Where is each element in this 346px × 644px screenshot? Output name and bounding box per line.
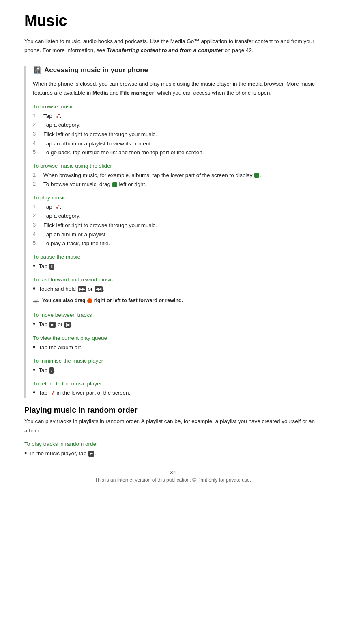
music-note-icon-2 bbox=[54, 204, 60, 210]
return-heading: To return to the music player bbox=[33, 380, 322, 387]
section1-bold1: Media bbox=[92, 90, 108, 96]
browse-slider-heading: To browse music using the slider bbox=[33, 163, 322, 169]
minimise-block: To minimise the music player • Tap ↓. bbox=[33, 358, 322, 375]
minimise-bullet: • Tap ↓. bbox=[33, 366, 322, 375]
page-title: Music bbox=[24, 12, 322, 30]
music-note-icon-3 bbox=[49, 390, 55, 395]
next-track-icon: ▶| bbox=[49, 322, 56, 328]
step-play-5: 5To play a track, tap the title. bbox=[33, 239, 322, 248]
tip-box: ✳ You can also drag right or left to fas… bbox=[33, 297, 322, 306]
playing-random-body: You can play tracks in playlists in rand… bbox=[24, 417, 322, 435]
fast-forward-bullets: • Touch and hold ▶▶ or ◀◀. bbox=[33, 285, 322, 294]
section1-mid: and bbox=[108, 90, 120, 96]
play-random-bullets: • In the music player, tap ⇌. bbox=[24, 449, 322, 458]
svg-point-1 bbox=[56, 207, 58, 209]
step-browse-4: 4Tap an album or a playlist to view its … bbox=[33, 139, 322, 148]
move-tracks-heading: To move between tracks bbox=[33, 312, 322, 318]
prev-track-icon: |◀ bbox=[64, 322, 71, 328]
return-bullet: • Tap in the lower part of the screen. bbox=[33, 389, 322, 398]
intro-text-end: on page 42. bbox=[223, 47, 254, 53]
pause-bullets: • Tap II. bbox=[33, 262, 322, 271]
tip-text: You can also drag right or left to fast … bbox=[42, 297, 183, 305]
move-tracks-bullet: • Tap ▶| or |◀. bbox=[33, 320, 322, 329]
minimise-heading: To minimise the music player bbox=[33, 358, 322, 364]
tip-star-icon: ✳ bbox=[33, 297, 39, 306]
step-slider-2: 2To browse your music, drag left or righ… bbox=[33, 180, 322, 189]
view-queue-text: Tap the album art. bbox=[39, 343, 82, 352]
notebook-icon: 📓 bbox=[33, 66, 42, 75]
move-tracks-bullets: • Tap ▶| or |◀. bbox=[33, 320, 322, 329]
step-slider-1: 1When browsing music, for example, album… bbox=[33, 171, 322, 180]
pause-bullet: • Tap II. bbox=[33, 262, 322, 271]
green-slider-icon-1 bbox=[254, 173, 259, 178]
footer-text: This is an Internet version of this publ… bbox=[24, 477, 322, 483]
step-play-2: 2Tap a category. bbox=[33, 212, 322, 220]
view-queue-bullet: • Tap the album art. bbox=[33, 343, 322, 352]
playing-random-section: Playing music in random order You can pl… bbox=[24, 406, 322, 458]
move-tracks-block: To move between tracks • Tap ▶| or |◀. bbox=[33, 312, 322, 329]
step-browse-2: 2Tap a category. bbox=[33, 121, 322, 130]
play-music-steps: 1Tap . 2Tap a category. 3Flick left or r… bbox=[33, 203, 322, 248]
view-queue-heading: To view the current play queue bbox=[33, 335, 322, 341]
step-play-3: 3Flick left or right to browse through y… bbox=[33, 221, 322, 230]
pause-icon: II bbox=[49, 264, 54, 270]
step-play-4: 4Tap an album or a playlist. bbox=[33, 230, 322, 239]
step-browse-3: 3Flick left or right to browse through y… bbox=[33, 130, 322, 139]
section1-heading: Accessing music in your phone bbox=[44, 66, 148, 74]
music-note-icon-1 bbox=[54, 113, 60, 119]
section1-bold2: File manager bbox=[120, 90, 154, 96]
intro-italic: Transferring content to and from a compu… bbox=[107, 47, 223, 53]
pause-music-block: To pause the music • Tap II. bbox=[33, 254, 322, 271]
intro-paragraph: You can listen to music, audio books and… bbox=[24, 37, 322, 54]
playing-random-heading: Playing music in random order bbox=[24, 406, 322, 415]
section1-end: , which you can access when the phone is… bbox=[154, 90, 272, 96]
shuffle-icon: ⇌ bbox=[88, 451, 94, 457]
section1-body: When the phone is closed, you can browse… bbox=[33, 80, 322, 98]
ff-icon: ▶▶ bbox=[78, 286, 86, 292]
accessing-music-section: 📓 Accessing music in your phone When the… bbox=[24, 66, 322, 398]
page-number: 34 bbox=[24, 469, 322, 475]
minimise-icon: ↓ bbox=[49, 367, 54, 374]
svg-point-0 bbox=[56, 116, 58, 118]
svg-point-2 bbox=[52, 393, 53, 395]
minimise-bullets: • Tap ↓. bbox=[33, 366, 322, 375]
return-block: To return to the music player • Tap in t… bbox=[33, 380, 322, 398]
step-browse-5: 5To go back, tap outside the list and th… bbox=[33, 148, 322, 157]
view-queue-bullets: • Tap the album art. bbox=[33, 343, 322, 352]
browse-music-block: To browse music 1Tap . 2Tap a category. … bbox=[33, 104, 322, 157]
play-random-bullet: • In the music player, tap ⇌. bbox=[24, 449, 322, 458]
browse-slider-steps: 1When browsing music, for example, album… bbox=[33, 171, 322, 189]
play-random-heading: To play tracks in random order bbox=[24, 441, 322, 447]
browse-slider-block: To browse music using the slider 1When b… bbox=[33, 163, 322, 189]
play-music-block: To play music 1Tap . 2Tap a category. 3F… bbox=[33, 194, 322, 248]
view-queue-block: To view the current play queue • Tap the… bbox=[33, 335, 322, 352]
step-play-1: 1Tap . bbox=[33, 203, 322, 212]
browse-music-heading: To browse music bbox=[33, 104, 322, 110]
fast-forward-block: To fast forward and rewind music • Touch… bbox=[33, 277, 322, 306]
green-slider-icon-2 bbox=[112, 182, 117, 187]
step-browse-1: 1Tap . bbox=[33, 112, 322, 121]
play-music-heading: To play music bbox=[33, 194, 322, 201]
fast-forward-bullet: • Touch and hold ▶▶ or ◀◀. bbox=[33, 285, 322, 294]
section1-header: 📓 Accessing music in your phone bbox=[33, 66, 322, 75]
return-bullets: • Tap in the lower part of the screen. bbox=[33, 389, 322, 398]
browse-music-steps: 1Tap . 2Tap a category. 3Flick left or r… bbox=[33, 112, 322, 157]
orange-drag-icon bbox=[87, 298, 92, 303]
pause-heading: To pause the music bbox=[33, 254, 322, 260]
fast-forward-heading: To fast forward and rewind music bbox=[33, 277, 322, 283]
play-random-block: To play tracks in random order • In the … bbox=[24, 441, 322, 458]
rw-icon: ◀◀ bbox=[95, 286, 103, 292]
